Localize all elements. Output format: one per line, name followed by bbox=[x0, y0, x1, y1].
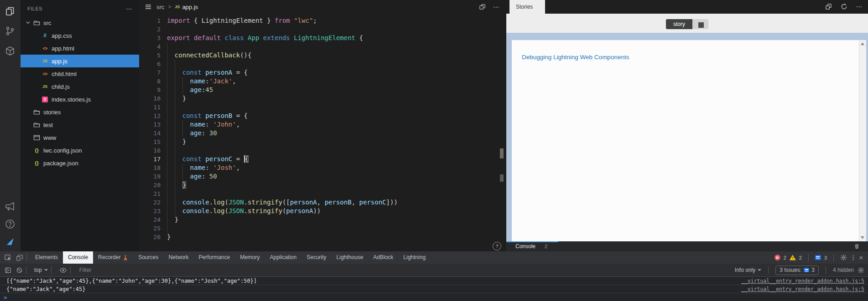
tab-stories[interactable]: Stories bbox=[509, 0, 545, 14]
devtools-tab-performance[interactable]: Performance bbox=[193, 251, 235, 264]
console-prompt[interactable]: > bbox=[0, 293, 868, 301]
warning-count[interactable]: 2 bbox=[799, 255, 802, 260]
device-toolbar-icon[interactable] bbox=[16, 254, 23, 261]
line-number: 7 bbox=[139, 68, 161, 77]
line-number: 1 bbox=[139, 16, 161, 25]
issues-icon[interactable] bbox=[815, 255, 821, 260]
file-tree-item-src[interactable]: src bbox=[21, 16, 139, 29]
hidden-messages-label[interactable]: 4 hidden bbox=[833, 267, 854, 273]
file-tree-item-www[interactable]: www bbox=[21, 131, 139, 144]
code-line-25: 25 bbox=[139, 224, 506, 233]
help-icon[interactable] bbox=[5, 219, 16, 230]
file-tree-item-child-js[interactable]: JSchild.js bbox=[21, 80, 139, 93]
story-scrollbar[interactable] bbox=[859, 40, 866, 241]
file-tree-item-child-html[interactable]: <>child.html bbox=[21, 67, 139, 80]
devtools-tab-application[interactable]: Application bbox=[265, 251, 302, 264]
files-icon[interactable] bbox=[5, 6, 16, 17]
inspect-element-icon[interactable] bbox=[4, 254, 12, 261]
line-number: 15 bbox=[139, 138, 161, 146]
devtools-tab-network[interactable]: Network bbox=[163, 251, 193, 264]
breadcrumb-file[interactable]: app.js bbox=[182, 4, 198, 10]
scrollbar-mark[interactable] bbox=[500, 174, 504, 182]
code-line-10: 10 } bbox=[139, 94, 506, 103]
line-number: 23 bbox=[139, 207, 161, 215]
file-tree-item-app-js[interactable]: JSapp.js bbox=[21, 55, 139, 67]
file-tree-item-index-stories-js[interactable]: Sindex.stories.js bbox=[21, 93, 139, 106]
line-number: 26 bbox=[139, 233, 161, 241]
console-tab[interactable]: Console bbox=[515, 243, 535, 250]
devtools-tab-sources[interactable]: Sources bbox=[133, 251, 163, 264]
filter-input[interactable]: Filter bbox=[79, 267, 735, 273]
devtools-tab-elements[interactable]: Elements bbox=[30, 251, 63, 264]
menu-icon[interactable] bbox=[145, 3, 152, 10]
devtools-tab-adblock[interactable]: AdBlock bbox=[368, 251, 398, 264]
open-in-new-icon[interactable] bbox=[825, 3, 832, 10]
source-control-icon[interactable] bbox=[5, 26, 16, 36]
line-number: 19 bbox=[139, 172, 161, 181]
more-options-icon[interactable]: ⋮ bbox=[850, 254, 855, 261]
log-message: [{"name":"Jack","age":45},{"name":"John"… bbox=[6, 278, 257, 284]
console-settings-gear-icon[interactable] bbox=[858, 267, 864, 274]
package-icon[interactable] bbox=[5, 46, 16, 56]
devtools-tab-memory[interactable]: Memory bbox=[235, 251, 265, 264]
window-icon bbox=[33, 134, 41, 141]
line-number: 13 bbox=[139, 120, 161, 129]
prompt-chevron-icon: > bbox=[4, 294, 7, 301]
console-sidebar-icon[interactable] bbox=[5, 267, 11, 274]
scroll-down-icon[interactable] bbox=[861, 236, 864, 239]
line-number: 9 bbox=[139, 86, 161, 94]
code-line-3: 3export default class App extends Lightn… bbox=[139, 34, 506, 42]
file-tree-item-stories[interactable]: stories bbox=[21, 106, 139, 118]
devtools-tab-bar: ElementsConsoleRecorderSourcesNetworkPer… bbox=[0, 251, 868, 264]
file-tree-item-lwc-config-json[interactable]: {}lwc.config.json bbox=[21, 144, 139, 157]
logo-icon[interactable] bbox=[5, 236, 16, 247]
stories-panel: Stories ⋯ story Debugging Lightning bbox=[506, 0, 868, 251]
devtools-tab-lightning[interactable]: Lightning bbox=[398, 251, 431, 264]
editor-more-icon[interactable]: ⋯ bbox=[493, 3, 500, 10]
code-lines[interactable]: 1import { LightningElement } from "lwc";… bbox=[139, 16, 506, 241]
devtools-tab-security[interactable]: Security bbox=[301, 251, 331, 264]
split-editor-icon[interactable] bbox=[479, 4, 486, 10]
indent-guide bbox=[182, 77, 183, 94]
file-tree-item-app-css[interactable]: #app.css bbox=[21, 29, 139, 42]
log-source-link[interactable]: __virtual__entry_render_addon.hash.js:5 bbox=[741, 278, 864, 284]
devtools-tab-recorder[interactable]: Recorder bbox=[93, 251, 133, 264]
file-tree-item-package-json[interactable]: {}package.json bbox=[21, 157, 139, 169]
refresh-icon[interactable] bbox=[841, 3, 847, 10]
explorer-title: FILES bbox=[27, 6, 42, 11]
breadcrumb: src > JS app.js bbox=[139, 0, 506, 14]
story-link[interactable]: Debugging Lightning Web Components bbox=[522, 54, 629, 61]
trash-icon[interactable] bbox=[854, 243, 860, 250]
devtools-tab-console[interactable]: Console bbox=[63, 251, 93, 264]
line-number: 11 bbox=[139, 103, 161, 112]
live-expression-eye-icon[interactable] bbox=[59, 267, 67, 273]
line-number: 20 bbox=[139, 181, 161, 189]
clear-console-icon[interactable] bbox=[16, 267, 23, 274]
indent-guide bbox=[167, 42, 167, 233]
breadcrumb-folder[interactable]: src bbox=[156, 4, 164, 10]
editor-help-button[interactable]: ? bbox=[493, 242, 501, 250]
issues-button[interactable]: 3 Issues: 3 bbox=[775, 265, 819, 275]
context-selector[interactable]: top bbox=[34, 267, 48, 273]
devtools-tab-lighthouse[interactable]: Lighthouse bbox=[332, 251, 369, 264]
close-devtools-icon[interactable]: × bbox=[858, 254, 864, 261]
grid-view-button[interactable] bbox=[692, 19, 708, 29]
log-level-selector[interactable]: Info only bbox=[735, 267, 761, 273]
file-name: child.html bbox=[52, 71, 77, 77]
file-tree-item-app-html[interactable]: <>app.html bbox=[21, 42, 139, 55]
file-tree-item-test[interactable]: test bbox=[21, 118, 139, 131]
line-number: 4 bbox=[139, 42, 161, 51]
explorer-more-icon[interactable]: ⋯ bbox=[126, 5, 133, 12]
panel-more-icon[interactable]: ⋯ bbox=[856, 3, 863, 10]
announcement-icon[interactable] bbox=[5, 201, 16, 212]
issues-count[interactable]: 3 bbox=[824, 255, 827, 260]
html-file-icon: <> bbox=[41, 45, 49, 52]
scroll-up-icon[interactable] bbox=[861, 42, 864, 45]
settings-gear-icon[interactable] bbox=[840, 254, 847, 261]
story-view-button[interactable]: story bbox=[666, 19, 692, 29]
file-name: www bbox=[43, 134, 56, 141]
app-window: FILES ⋯ src#app.css<>app.htmlJSapp.js<>c… bbox=[0, 0, 868, 301]
scrollbar-mark[interactable] bbox=[500, 148, 504, 158]
error-count[interactable]: 2 bbox=[784, 255, 786, 260]
log-source-link[interactable]: __virtual__entry_render_addon.hash.js:5 bbox=[741, 286, 864, 292]
